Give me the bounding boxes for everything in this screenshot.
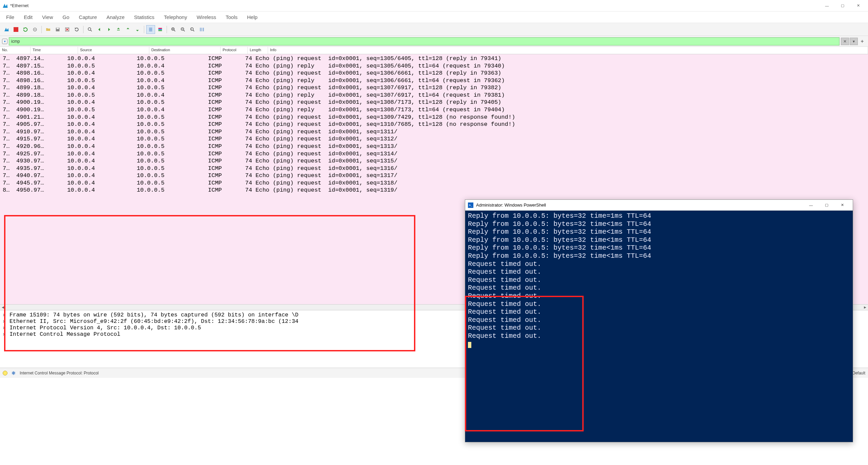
ps-output-line: Request timed out. — [468, 316, 850, 324]
powershell-title: Administrator: Windows PowerShell — [476, 202, 803, 208]
menu-file[interactable]: File — [1, 12, 19, 22]
stop-capture-button[interactable] — [12, 25, 20, 34]
wireshark-app-icon — [2, 3, 8, 9]
minimize-button[interactable]: — — [819, 1, 835, 11]
powershell-title-bar[interactable]: >_ Administrator: Windows PowerShell — ▢… — [465, 200, 853, 211]
packet-row[interactable]: 7…4900.19…10.0.0.510.0.0.4ICMP74Echo (pi… — [0, 106, 868, 114]
menu-telephony[interactable]: Telephony — [159, 12, 192, 22]
menu-statistics[interactable]: Statistics — [129, 12, 159, 22]
main-toolbar: 1 — [0, 23, 868, 36]
menu-tools[interactable]: Tools — [221, 12, 242, 22]
packet-row[interactable]: 7…4898.16…10.0.0.410.0.0.5ICMP74Echo (pi… — [0, 70, 868, 77]
packet-row[interactable]: 7…4910.97…10.0.0.410.0.0.5ICMP74Echo (pi… — [0, 128, 868, 136]
ps-output-line: Request timed out. — [468, 292, 850, 300]
apply-filter-dropdown[interactable]: ▾ — [850, 38, 858, 45]
svg-rect-3 — [57, 28, 59, 29]
menu-edit[interactable]: Edit — [19, 12, 37, 22]
go-back-button[interactable] — [95, 25, 104, 34]
packet-row[interactable]: 7…4925.97…10.0.0.410.0.0.5ICMP74Echo (pi… — [0, 150, 868, 158]
column-protocol[interactable]: Protocol — [221, 47, 248, 54]
menu-go[interactable]: Go — [58, 12, 74, 22]
powershell-icon: >_ — [468, 202, 473, 208]
packet-row[interactable]: 7…4935.97…10.0.0.410.0.0.5ICMP74Echo (pi… — [0, 165, 868, 172]
ps-output-line: Request timed out. — [468, 284, 850, 292]
packet-row[interactable]: 7…4898.16…10.0.0.510.0.0.4ICMP74Echo (pi… — [0, 77, 868, 84]
menu-wireless[interactable]: Wireless — [192, 12, 221, 22]
go-last-button[interactable] — [133, 25, 142, 34]
packet-row[interactable]: 7…4940.97…10.0.0.410.0.0.5ICMP74Echo (pi… — [0, 172, 868, 179]
column-no[interactable]: No. — [0, 47, 31, 54]
restart-capture-button[interactable] — [21, 25, 30, 34]
status-hint: Internet Control Message Protocol: Proto… — [20, 371, 99, 375]
svg-rect-7 — [158, 29, 162, 30]
column-destination[interactable]: Destination — [149, 47, 221, 54]
packet-row[interactable]: 7…4899.18…10.0.0.510.0.0.4ICMP74Echo (pi… — [0, 92, 868, 99]
find-button[interactable] — [86, 25, 94, 34]
zoom-out-button[interactable] — [178, 25, 187, 34]
close-file-button[interactable] — [63, 25, 72, 34]
window-title-bar: *Ethernet — ▢ ✕ — [0, 0, 868, 12]
svg-text:1: 1 — [191, 28, 192, 30]
svg-point-1 — [35, 29, 36, 30]
packet-row[interactable]: 7…4920.96…10.0.0.410.0.0.5ICMP74Echo (pi… — [0, 143, 868, 150]
ps-output-line: Request timed out. — [468, 324, 850, 332]
packet-row[interactable]: 7…4897.15…10.0.0.510.0.0.4ICMP74Echo (pi… — [0, 62, 868, 70]
scroll-right-arrow[interactable]: ▶ — [862, 305, 868, 310]
zoom-in-button[interactable] — [169, 25, 178, 34]
go-to-packet-button[interactable] — [114, 25, 123, 34]
ps-minimize-button[interactable]: — — [803, 200, 819, 210]
reload-button[interactable] — [72, 25, 81, 34]
ps-output-line: Reply from 10.0.0.5: bytes=32 time<1ms T… — [468, 220, 850, 228]
powershell-console[interactable]: Reply from 10.0.0.5: bytes=32 time=1ms T… — [465, 211, 853, 349]
powershell-window[interactable]: >_ Administrator: Windows PowerShell — ▢… — [465, 199, 853, 442]
auto-scroll-button[interactable] — [146, 25, 155, 34]
save-button[interactable] — [53, 25, 62, 34]
add-filter-expr-button[interactable]: + — [858, 38, 866, 45]
ps-output-line: Request timed out. — [468, 308, 850, 316]
capture-options-button[interactable] — [31, 25, 39, 34]
resize-columns-button[interactable] — [197, 25, 206, 34]
scroll-left-arrow[interactable]: ◀ — [0, 305, 6, 310]
start-capture-button[interactable] — [2, 25, 11, 34]
toolbar-separator — [83, 26, 83, 33]
column-source[interactable]: Source — [78, 47, 149, 54]
toolbar-separator — [41, 26, 42, 33]
menu-view[interactable]: View — [37, 12, 58, 22]
menu-bar: FileEditViewGoCaptureAnalyzeStatisticsTe… — [0, 12, 868, 23]
close-button[interactable]: ✕ — [850, 1, 866, 11]
ps-output-line: Reply from 10.0.0.5: bytes=32 time<1ms T… — [468, 252, 850, 260]
capture-file-properties-icon[interactable]: ❃ — [12, 370, 16, 376]
open-file-button[interactable] — [44, 25, 53, 34]
menu-capture[interactable]: Capture — [74, 12, 101, 22]
packet-list-header[interactable]: No. Time Source Destination Protocol Len… — [0, 47, 868, 54]
display-filter-input[interactable] — [9, 37, 839, 45]
packet-row[interactable]: 7…4901.21…10.0.0.410.0.0.5ICMP74Echo (pi… — [0, 114, 868, 121]
ps-output-line: Request timed out. — [468, 300, 850, 308]
zoom-reset-button[interactable]: 1 — [188, 25, 197, 34]
packet-row[interactable]: 7…4899.18…10.0.0.410.0.0.5ICMP74Echo (pi… — [0, 84, 868, 92]
maximize-button[interactable]: ▢ — [835, 1, 850, 11]
menu-analyze[interactable]: Analyze — [102, 12, 129, 22]
packet-row[interactable]: 8…4950.97…10.0.0.410.0.0.5ICMP74Echo (pi… — [0, 187, 868, 194]
go-first-button[interactable] — [124, 25, 132, 34]
ps-maximize-button[interactable]: ▢ — [819, 200, 834, 210]
bookmark-filter-icon[interactable]: ▾ — [2, 39, 7, 44]
packet-row[interactable]: 7…4915.97…10.0.0.410.0.0.5ICMP74Echo (pi… — [0, 135, 868, 143]
packet-row[interactable]: 7…4930.97…10.0.0.410.0.0.5ICMP74Echo (pi… — [0, 157, 868, 165]
ps-output-line: Reply from 10.0.0.5: bytes=32 time<1ms T… — [468, 244, 850, 252]
expert-info-icon[interactable] — [3, 371, 7, 375]
go-forward-button[interactable] — [105, 25, 113, 34]
display-filter-toolbar: ▾ ✕ ▾ + — [0, 36, 868, 47]
packet-row[interactable]: 7…4905.97…10.0.0.410.0.0.5ICMP74Echo (pi… — [0, 121, 868, 128]
clear-filter-button[interactable]: ✕ — [841, 38, 849, 45]
column-length[interactable]: Length — [248, 47, 268, 54]
packet-row[interactable]: 7…4900.19…10.0.0.410.0.0.5ICMP74Echo (pi… — [0, 99, 868, 106]
colorize-button[interactable] — [156, 25, 165, 34]
column-info[interactable]: Info — [268, 47, 868, 54]
ps-close-button[interactable]: ✕ — [834, 200, 850, 210]
column-time[interactable]: Time — [31, 47, 78, 54]
svg-rect-6 — [158, 28, 162, 29]
menu-help[interactable]: Help — [242, 12, 262, 22]
packet-row[interactable]: 7…4897.14…10.0.0.410.0.0.5ICMP74Echo (pi… — [0, 55, 868, 62]
packet-row[interactable]: 7…4945.97…10.0.0.410.0.0.5ICMP74Echo (pi… — [0, 179, 868, 187]
